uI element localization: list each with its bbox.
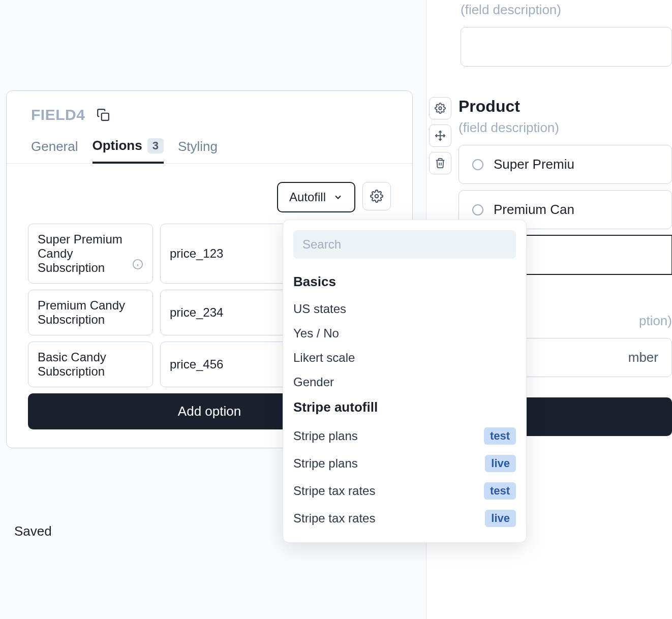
gear-icon (435, 103, 446, 114)
option-label-input[interactable]: Super Premium Candy Subscription (28, 224, 153, 284)
svg-point-4 (375, 195, 379, 198)
option-label-text: Super Premium Candy Subscription (38, 232, 127, 275)
dropdown-item-us-states[interactable]: US states (293, 297, 516, 321)
dropdown-item-stripe-tax-live[interactable]: Stripe tax rates live (293, 505, 516, 532)
dropdown-item-yes-no[interactable]: Yes / No (293, 321, 516, 346)
env-badge: live (485, 510, 516, 527)
trash-icon (435, 158, 446, 169)
env-badge: live (485, 455, 516, 472)
field-header: FIELD4 (7, 91, 412, 129)
option-value-text: price_234 (170, 305, 223, 320)
dropdown-search-input[interactable] (293, 230, 516, 259)
option-label-input[interactable]: Premium Candy Subscription (28, 290, 153, 335)
move-button[interactable] (429, 125, 451, 147)
info-icon[interactable] (132, 259, 143, 270)
tab-general[interactable]: General (31, 138, 78, 163)
option-label-input[interactable]: Basic Candy Subscription (28, 342, 153, 387)
gear-icon (370, 190, 383, 203)
tabs: General Options 3 Styling (7, 129, 412, 164)
options-settings-button[interactable] (362, 182, 391, 210)
move-icon (435, 130, 446, 141)
dropdown-item-gender[interactable]: Gender (293, 370, 516, 394)
field-name: FIELD4 (31, 106, 85, 123)
copy-icon (97, 108, 110, 121)
radio-label: Premium Can (494, 202, 574, 218)
env-badge: test (484, 427, 516, 445)
dropdown-item-stripe-plans-test[interactable]: Stripe plans test (293, 422, 516, 450)
copy-button[interactable] (95, 107, 111, 123)
option-value-text: price_456 (170, 357, 223, 372)
autofill-dropdown: Basics US states Yes / No Likert scale G… (283, 220, 527, 543)
saved-status: Saved (14, 523, 52, 539)
dropdown-item-stripe-tax-test[interactable]: Stripe tax rates test (293, 477, 516, 505)
option-label-text: Premium Candy Subscription (38, 298, 143, 327)
top-controls: Autofill (28, 182, 391, 212)
tab-options[interactable]: Options 3 (93, 138, 164, 164)
field-description-placeholder: (field description) (429, 0, 672, 27)
radio-icon (472, 204, 483, 215)
tab-options-count: 3 (147, 138, 164, 153)
radio-option[interactable]: Super Premiu (459, 145, 672, 184)
dropdown-group-title: Basics (293, 274, 516, 290)
preview-input[interactable] (461, 27, 672, 67)
svg-point-0 (439, 107, 442, 110)
dropdown-item-likert[interactable]: Likert scale (293, 346, 516, 370)
preview-field-desc: (field description) (459, 118, 672, 145)
option-value-text: price_123 (170, 246, 223, 261)
svg-rect-3 (102, 113, 109, 120)
env-badge: test (484, 482, 516, 500)
autofill-button[interactable]: Autofill (277, 182, 355, 212)
option-label-text: Basic Candy Subscription (38, 350, 143, 379)
tab-styling[interactable]: Styling (178, 138, 218, 163)
radio-label: Super Premiu (494, 157, 574, 172)
preview-field-title: Product (459, 97, 672, 116)
dropdown-item-stripe-plans-live[interactable]: Stripe plans live (293, 450, 516, 477)
autofill-label: Autofill (289, 190, 326, 204)
tab-options-label: Options (93, 138, 142, 153)
delete-button[interactable] (429, 152, 451, 174)
radio-icon (472, 159, 483, 170)
dropdown-group-title: Stripe autofill (293, 399, 516, 415)
settings-button[interactable] (429, 97, 451, 119)
chevron-down-icon (333, 192, 343, 202)
